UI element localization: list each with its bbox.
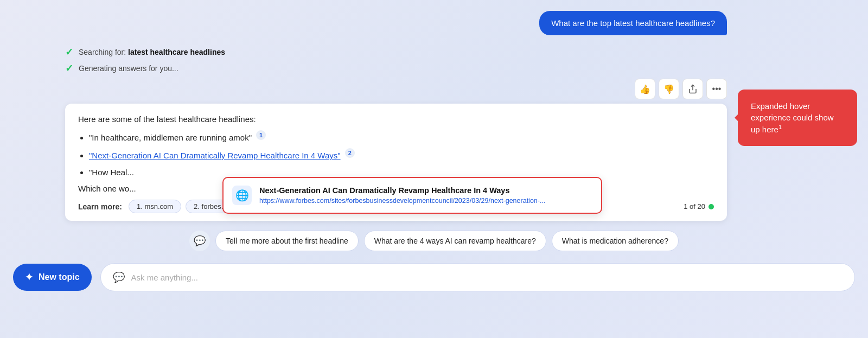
new-topic-button[interactable]: ✦ New topic <box>13 264 92 291</box>
thumbs-up-button[interactable]: 👍 <box>635 79 655 99</box>
generating-text: Generating answers for you... <box>79 64 178 73</box>
bottom-bar: ✦ New topic 💬 Ask me anything... <box>0 257 868 298</box>
status-generating: ✓ Generating answers for you... <box>65 62 727 74</box>
list-item-2: "Next-Generation AI Can Dramatically Rev… <box>89 148 714 162</box>
expanded-hover-box: Expanded hover experience could show up … <box>738 90 857 146</box>
answer-intro: Here are some of the latest healthcare h… <box>78 114 714 124</box>
user-message-container: What are the top latest healthcare headl… <box>0 11 868 35</box>
new-topic-label: New topic <box>39 272 80 282</box>
share-button[interactable] <box>682 79 703 99</box>
check-icon-1: ✓ <box>65 46 73 58</box>
answer-card: Here are some of the latest healthcare h… <box>65 104 727 221</box>
popup-url: https://www.forbes.com/sites/forbesbusin… <box>259 197 545 205</box>
input-area[interactable]: 💬 Ask me anything... <box>100 263 855 291</box>
user-bubble: What are the top latest healthcare headl… <box>539 11 727 35</box>
green-dot <box>709 204 714 209</box>
user-message-text: What are the top latest healthcare headl… <box>551 18 715 28</box>
more-button[interactable]: ••• <box>706 79 727 99</box>
suggestion-chip-3[interactable]: What is medication adherence? <box>552 231 679 251</box>
input-placeholder: Ask me anything... <box>131 273 198 282</box>
list-item-1: "In healthcare, middlemen are running am… <box>89 130 714 144</box>
badge-1: 1 <box>256 130 266 140</box>
headline-3-text: "How Heal... <box>89 168 134 177</box>
expanded-hover-sup: 1 <box>778 124 782 130</box>
status-searching: ✓ Searching for: latest healthcare headl… <box>65 46 727 58</box>
more-icon: ••• <box>712 84 722 94</box>
question-icon: 💬 <box>189 231 210 251</box>
hover-popup-content: Next-Generation AI Can Dramatically Reva… <box>259 186 545 205</box>
expanded-hover-text: Expanded hover experience could show up … <box>751 101 834 134</box>
thumbs-down-button[interactable]: 👎 <box>659 79 679 99</box>
ai-response-area: ✓ Searching for: latest healthcare headl… <box>0 46 868 221</box>
page-indicator: 1 of 20 <box>684 202 714 211</box>
bullet-list: "In healthcare, middlemen are running am… <box>78 130 714 178</box>
badge-2: 2 <box>345 148 355 158</box>
searching-text: Searching for: latest healthcare headlin… <box>79 48 225 56</box>
source-chip-1[interactable]: 1. msn.com <box>129 200 181 213</box>
headline-2-link[interactable]: "Next-Generation AI Can Dramatically Rev… <box>89 151 341 160</box>
headline-1-text: "In healthcare, middlemen are running am… <box>89 133 252 142</box>
suggestion-chip-1[interactable]: Tell me more about the first headline <box>215 231 359 251</box>
main-container: What are the top latest healthcare headl… <box>0 0 868 338</box>
question-mark: 💬 <box>194 235 206 247</box>
learn-more-label: Learn more: <box>78 202 122 211</box>
page-count: 1 of 20 <box>684 202 705 211</box>
chat-input-icon: 💬 <box>113 271 125 283</box>
new-topic-icon: ✦ <box>25 271 33 283</box>
searching-label: Searching for: <box>79 48 126 56</box>
globe-icon: 🌐 <box>232 186 252 205</box>
check-icon-2: ✓ <box>65 62 73 74</box>
suggestion-chip-2[interactable]: What are the 4 ways AI can revamp health… <box>364 231 546 251</box>
searching-query: latest healthcare headlines <box>128 48 225 56</box>
suggestions-area: 💬 Tell me more about the first headline … <box>0 231 868 251</box>
action-bar: 👍 👎 ••• <box>65 79 727 99</box>
hover-popup: 🌐 Next-Generation AI Can Dramatically Re… <box>222 177 602 214</box>
popup-title: Next-Generation AI Can Dramatically Reva… <box>259 186 545 195</box>
